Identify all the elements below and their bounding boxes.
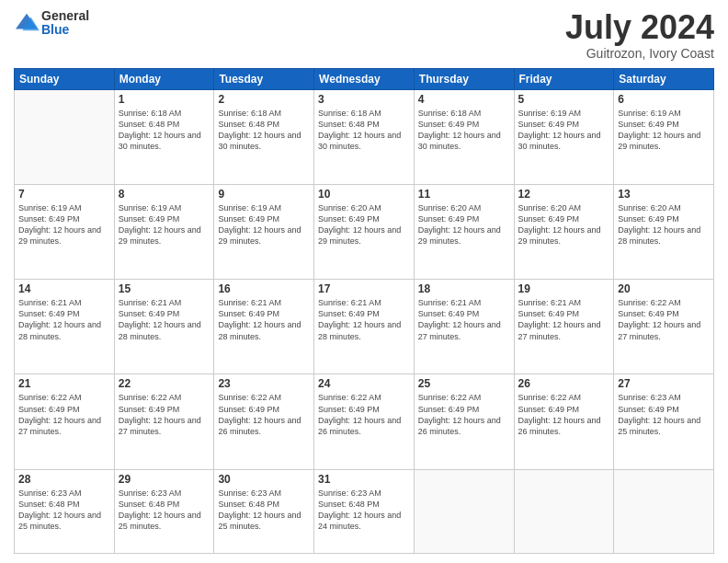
calendar-cell: 16Sunrise: 6:21 AM Sunset: 6:49 PM Dayli… — [214, 280, 314, 374]
day-number: 29 — [119, 473, 210, 486]
calendar-cell: 12Sunrise: 6:20 AM Sunset: 6:49 PM Dayli… — [514, 184, 614, 279]
day-number: 15 — [119, 282, 210, 295]
calendar-table: SundayMondayTuesdayWednesdayThursdayFrid… — [14, 68, 714, 554]
calendar-cell: 26Sunrise: 6:22 AM Sunset: 6:49 PM Dayli… — [514, 374, 614, 469]
day-info: Sunrise: 6:22 AM Sunset: 6:49 PM Dayligh… — [218, 392, 310, 437]
calendar-cell: 4Sunrise: 6:18 AM Sunset: 6:49 PM Daylig… — [414, 89, 514, 184]
logo-text: General Blue — [41, 9, 89, 38]
calendar-week-2: 14Sunrise: 6:21 AM Sunset: 6:49 PM Dayli… — [15, 280, 714, 374]
day-number: 9 — [218, 188, 310, 201]
page: General Blue July 2024 Guitrozon, Ivory … — [0, 0, 728, 563]
day-info: Sunrise: 6:21 AM Sunset: 6:49 PM Dayligh… — [318, 297, 410, 342]
title-block: July 2024 Guitrozon, Ivory Coast — [565, 9, 714, 61]
calendar-cell: 5Sunrise: 6:19 AM Sunset: 6:49 PM Daylig… — [514, 89, 614, 184]
calendar-cell: 7Sunrise: 6:19 AM Sunset: 6:49 PM Daylig… — [15, 184, 115, 279]
day-number: 19 — [518, 282, 610, 295]
logo-blue: Blue — [41, 23, 89, 37]
day-info: Sunrise: 6:20 AM Sunset: 6:49 PM Dayligh… — [318, 202, 410, 247]
day-info: Sunrise: 6:20 AM Sunset: 6:49 PM Dayligh… — [518, 202, 610, 247]
calendar-cell: 22Sunrise: 6:22 AM Sunset: 6:49 PM Dayli… — [114, 374, 214, 469]
day-number: 1 — [119, 93, 210, 106]
day-info: Sunrise: 6:23 AM Sunset: 6:48 PM Dayligh… — [218, 488, 310, 533]
calendar-cell: 20Sunrise: 6:22 AM Sunset: 6:49 PM Dayli… — [614, 280, 714, 374]
day-info: Sunrise: 6:18 AM Sunset: 6:48 PM Dayligh… — [218, 108, 310, 153]
col-header-friday: Friday — [514, 68, 614, 89]
col-header-tuesday: Tuesday — [214, 68, 314, 89]
day-info: Sunrise: 6:22 AM Sunset: 6:49 PM Dayligh… — [119, 392, 210, 437]
logo-icon — [14, 12, 40, 34]
calendar-cell: 24Sunrise: 6:22 AM Sunset: 6:49 PM Dayli… — [314, 374, 415, 469]
day-info: Sunrise: 6:22 AM Sunset: 6:49 PM Dayligh… — [318, 392, 410, 437]
month-title: July 2024 — [565, 9, 714, 46]
day-number: 20 — [618, 282, 710, 295]
subtitle: Guitrozon, Ivory Coast — [565, 46, 714, 61]
day-info: Sunrise: 6:19 AM Sunset: 6:49 PM Dayligh… — [119, 202, 210, 247]
day-number: 30 — [218, 473, 310, 486]
day-info: Sunrise: 6:22 AM Sunset: 6:49 PM Dayligh… — [18, 392, 110, 437]
day-info: Sunrise: 6:18 AM Sunset: 6:48 PM Dayligh… — [119, 108, 210, 153]
calendar-cell — [15, 89, 115, 184]
calendar-cell: 25Sunrise: 6:22 AM Sunset: 6:49 PM Dayli… — [414, 374, 514, 469]
day-info: Sunrise: 6:23 AM Sunset: 6:48 PM Dayligh… — [119, 488, 210, 533]
day-number: 17 — [318, 282, 410, 295]
day-info: Sunrise: 6:20 AM Sunset: 6:49 PM Dayligh… — [618, 202, 710, 247]
col-header-thursday: Thursday — [414, 68, 514, 89]
day-number: 26 — [518, 377, 610, 390]
calendar-cell: 30Sunrise: 6:23 AM Sunset: 6:48 PM Dayli… — [214, 469, 314, 553]
day-number: 16 — [218, 282, 310, 295]
col-header-saturday: Saturday — [614, 68, 714, 89]
calendar-cell: 23Sunrise: 6:22 AM Sunset: 6:49 PM Dayli… — [214, 374, 314, 469]
day-number: 13 — [618, 188, 710, 201]
calendar-cell: 13Sunrise: 6:20 AM Sunset: 6:49 PM Dayli… — [614, 184, 714, 279]
calendar-cell: 27Sunrise: 6:23 AM Sunset: 6:49 PM Dayli… — [614, 374, 714, 469]
day-number: 6 — [618, 93, 710, 106]
calendar-cell — [414, 469, 514, 553]
day-number: 21 — [18, 377, 110, 390]
day-number: 22 — [119, 377, 210, 390]
calendar-cell: 15Sunrise: 6:21 AM Sunset: 6:49 PM Dayli… — [114, 280, 214, 374]
day-info: Sunrise: 6:20 AM Sunset: 6:49 PM Dayligh… — [418, 202, 510, 247]
day-info: Sunrise: 6:21 AM Sunset: 6:49 PM Dayligh… — [418, 297, 510, 342]
day-info: Sunrise: 6:21 AM Sunset: 6:49 PM Dayligh… — [218, 297, 310, 342]
day-number: 5 — [518, 93, 610, 106]
day-number: 27 — [618, 377, 710, 390]
col-header-wednesday: Wednesday — [314, 68, 415, 89]
day-info: Sunrise: 6:22 AM Sunset: 6:49 PM Dayligh… — [518, 392, 610, 437]
calendar-cell: 11Sunrise: 6:20 AM Sunset: 6:49 PM Dayli… — [414, 184, 514, 279]
day-number: 3 — [318, 93, 410, 106]
logo: General Blue — [14, 9, 89, 38]
col-header-sunday: Sunday — [15, 68, 115, 89]
calendar-cell: 31Sunrise: 6:23 AM Sunset: 6:48 PM Dayli… — [314, 469, 415, 553]
calendar-cell: 2Sunrise: 6:18 AM Sunset: 6:48 PM Daylig… — [214, 89, 314, 184]
day-info: Sunrise: 6:18 AM Sunset: 6:48 PM Dayligh… — [318, 108, 410, 153]
calendar-cell: 28Sunrise: 6:23 AM Sunset: 6:48 PM Dayli… — [15, 469, 115, 553]
calendar-cell: 14Sunrise: 6:21 AM Sunset: 6:49 PM Dayli… — [15, 280, 115, 374]
day-number: 2 — [218, 93, 310, 106]
day-info: Sunrise: 6:19 AM Sunset: 6:49 PM Dayligh… — [618, 108, 710, 153]
day-number: 25 — [418, 377, 510, 390]
day-number: 28 — [18, 473, 110, 486]
day-info: Sunrise: 6:21 AM Sunset: 6:49 PM Dayligh… — [518, 297, 610, 342]
day-number: 18 — [418, 282, 510, 295]
day-info: Sunrise: 6:18 AM Sunset: 6:49 PM Dayligh… — [418, 108, 510, 153]
day-number: 12 — [518, 188, 610, 201]
calendar-cell: 6Sunrise: 6:19 AM Sunset: 6:49 PM Daylig… — [614, 89, 714, 184]
calendar-cell: 10Sunrise: 6:20 AM Sunset: 6:49 PM Dayli… — [314, 184, 415, 279]
day-info: Sunrise: 6:23 AM Sunset: 6:49 PM Dayligh… — [618, 392, 710, 437]
calendar-cell — [614, 469, 714, 553]
header: General Blue July 2024 Guitrozon, Ivory … — [14, 9, 714, 61]
day-number: 8 — [119, 188, 210, 201]
calendar-cell: 29Sunrise: 6:23 AM Sunset: 6:48 PM Dayli… — [114, 469, 214, 553]
calendar-header-row: SundayMondayTuesdayWednesdayThursdayFrid… — [15, 68, 714, 89]
day-number: 11 — [418, 188, 510, 201]
day-info: Sunrise: 6:19 AM Sunset: 6:49 PM Dayligh… — [518, 108, 610, 153]
calendar-week-1: 7Sunrise: 6:19 AM Sunset: 6:49 PM Daylig… — [15, 184, 714, 279]
calendar-cell: 18Sunrise: 6:21 AM Sunset: 6:49 PM Dayli… — [414, 280, 514, 374]
col-header-monday: Monday — [114, 68, 214, 89]
day-number: 24 — [318, 377, 410, 390]
calendar-cell: 3Sunrise: 6:18 AM Sunset: 6:48 PM Daylig… — [314, 89, 415, 184]
day-number: 7 — [18, 188, 110, 201]
day-info: Sunrise: 6:22 AM Sunset: 6:49 PM Dayligh… — [418, 392, 510, 437]
calendar-week-4: 28Sunrise: 6:23 AM Sunset: 6:48 PM Dayli… — [15, 469, 714, 553]
calendar-week-0: 1Sunrise: 6:18 AM Sunset: 6:48 PM Daylig… — [15, 89, 714, 184]
